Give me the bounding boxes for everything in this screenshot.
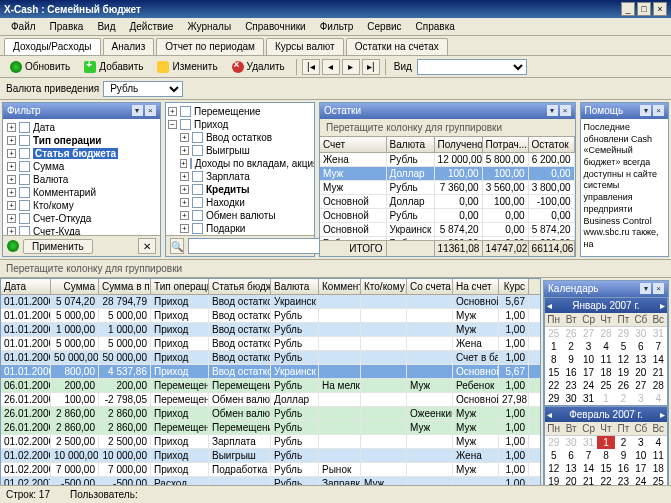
currency-select[interactable]: Рубль xyxy=(103,81,183,97)
view-select[interactable] xyxy=(417,59,527,75)
tree-item[interactable]: +Ввод остатков xyxy=(168,131,312,144)
expand-icon[interactable]: + xyxy=(180,198,189,207)
calendar-day[interactable]: 30 xyxy=(562,392,579,405)
tree-item[interactable]: +Подарки xyxy=(168,222,312,235)
filter-item[interactable]: +Сумма xyxy=(5,160,158,173)
checkbox[interactable] xyxy=(19,122,30,133)
table-row[interactable]: 26.01.20062 860,002 860,00ПеремещениеПер… xyxy=(1,421,540,435)
calendar-day[interactable]: 22 xyxy=(545,379,562,392)
tab-4[interactable]: Остатки на счетах xyxy=(346,38,448,55)
column-header[interactable]: Валюта xyxy=(387,137,435,152)
table-row[interactable]: 01.02.200610 000,0010 000,00ПриходВыигры… xyxy=(1,449,540,463)
menu-Правка[interactable]: Правка xyxy=(43,19,91,34)
table-row[interactable]: ОсновнойДоллар0,00100,00-100,00 xyxy=(320,195,575,209)
checkbox[interactable] xyxy=(192,145,203,156)
checkbox[interactable] xyxy=(19,174,30,185)
calendar-day[interactable]: 15 xyxy=(597,462,614,475)
table-row[interactable]: 01.01.20065 074,2028 794,79ПриходВвод ос… xyxy=(1,295,540,309)
calendar-day[interactable]: 2 xyxy=(562,340,579,353)
calendar-day[interactable]: 29 xyxy=(615,327,632,340)
tree-item[interactable]: +Выигрыш xyxy=(168,144,312,157)
table-row[interactable]: 01.01.200650 000,0050 000,00ПриходВвод о… xyxy=(1,351,540,365)
checkbox[interactable] xyxy=(192,223,203,234)
calendar-day[interactable]: 20 xyxy=(632,366,649,379)
pane-close-icon[interactable]: × xyxy=(145,105,156,116)
expand-icon[interactable]: + xyxy=(7,188,16,197)
calendar-day[interactable]: 5 xyxy=(615,340,632,353)
expand-icon[interactable]: + xyxy=(180,224,189,233)
column-header[interactable]: Коммент... xyxy=(319,279,361,294)
calendar-day[interactable]: 3 xyxy=(632,436,649,449)
calendar-day[interactable]: 12 xyxy=(545,462,562,475)
checkbox[interactable] xyxy=(19,135,30,146)
filter-item[interactable]: +Статья бюджета xyxy=(5,147,158,160)
close-button[interactable]: × xyxy=(653,2,667,16)
maximize-button[interactable]: □ xyxy=(637,2,651,16)
filter-item[interactable]: +Дата xyxy=(5,121,158,134)
menu-Журналы[interactable]: Журналы xyxy=(180,19,238,34)
expand-icon[interactable]: + xyxy=(7,214,16,223)
calendar-day[interactable]: 26 xyxy=(615,379,632,392)
calendar-day[interactable]: 25 xyxy=(597,379,614,392)
table-row[interactable]: 01.01.20061 000,001 000,00ПриходВвод ост… xyxy=(1,323,540,337)
calendar-day[interactable]: 9 xyxy=(615,449,632,462)
column-header[interactable]: Сумма в п... xyxy=(99,279,151,294)
column-header[interactable]: Со счета xyxy=(407,279,453,294)
minimize-button[interactable]: _ xyxy=(621,2,635,16)
calendar-day[interactable]: 25 xyxy=(545,327,562,340)
table-row[interactable]: 01.01.20065 000,005 000,00ПриходВвод ост… xyxy=(1,309,540,323)
table-row[interactable]: 01.01.20065 000,005 000,00ПриходВвод ост… xyxy=(1,337,540,351)
calendar-day[interactable]: 7 xyxy=(580,449,597,462)
calendar-day[interactable]: 30 xyxy=(632,327,649,340)
checkbox[interactable] xyxy=(19,200,30,211)
nav-prev-button[interactable]: ◂ xyxy=(322,59,340,75)
tree-item[interactable]: +Зарплата xyxy=(168,170,312,183)
calendar-day[interactable]: 28 xyxy=(597,327,614,340)
calendar-day[interactable]: 24 xyxy=(580,379,597,392)
expand-icon[interactable]: + xyxy=(7,175,16,184)
menu-Справочники[interactable]: Справочники xyxy=(238,19,313,34)
calendar-day[interactable]: 30 xyxy=(562,436,579,449)
calendar-day[interactable]: 2 xyxy=(615,436,632,449)
calendar-day[interactable]: 3 xyxy=(632,392,649,405)
calendar-day[interactable]: 8 xyxy=(597,449,614,462)
calendar-day[interactable]: 6 xyxy=(632,340,649,353)
filter-item[interactable]: +Кто/кому xyxy=(5,199,158,212)
calendar-day[interactable]: 11 xyxy=(597,353,614,366)
calendar-day[interactable]: 18 xyxy=(597,366,614,379)
expand-icon[interactable]: + xyxy=(7,136,16,145)
filter-item[interactable]: +Комментарий xyxy=(5,186,158,199)
calendar-day[interactable]: 12 xyxy=(615,353,632,366)
search-icon[interactable]: 🔍 xyxy=(170,238,184,254)
tree-item[interactable]: +Перемещение xyxy=(168,105,312,118)
tree-item[interactable]: +Обмен валюты xyxy=(168,209,312,222)
calendar-day[interactable]: 27 xyxy=(580,327,597,340)
calendar-day[interactable]: 27 xyxy=(632,379,649,392)
expand-icon[interactable]: + xyxy=(180,146,189,155)
calendar-day[interactable]: 10 xyxy=(632,449,649,462)
menu-Сервис[interactable]: Сервис xyxy=(360,19,408,34)
expand-icon[interactable]: + xyxy=(7,201,16,210)
filter-item[interactable]: +Тип операции xyxy=(5,134,158,147)
table-row[interactable]: ОсновнойУкраинск5 874,200,005 874,20 xyxy=(320,223,575,237)
calendar-day[interactable]: 31 xyxy=(650,327,667,340)
calendar-day[interactable]: 29 xyxy=(545,392,562,405)
checkbox[interactable] xyxy=(192,171,203,182)
tree-item[interactable]: +Кредиты xyxy=(168,183,312,196)
checkbox[interactable] xyxy=(190,158,192,169)
calendar-day[interactable]: 4 xyxy=(597,340,614,353)
cal-next-icon[interactable]: ▸ xyxy=(660,300,665,311)
menu-Фильтр[interactable]: Фильтр xyxy=(313,19,361,34)
add-button[interactable]: Добавить xyxy=(78,58,149,76)
table-row[interactable]: 26.01.2006100,00-2 798,05ПеремещениеОбме… xyxy=(1,393,540,407)
expand-icon[interactable]: + xyxy=(180,172,189,181)
calendar-day[interactable]: 15 xyxy=(545,366,562,379)
calendar-day[interactable]: 21 xyxy=(650,366,667,379)
expand-icon[interactable]: + xyxy=(180,159,187,168)
calendar-day[interactable]: 4 xyxy=(650,392,667,405)
checkbox[interactable] xyxy=(19,226,30,235)
calendar-day[interactable]: 1 xyxy=(597,436,614,449)
calendar-day[interactable]: 8 xyxy=(545,353,562,366)
tree-item[interactable]: −Приход xyxy=(168,118,312,131)
calendar-day[interactable]: 18 xyxy=(650,462,667,475)
